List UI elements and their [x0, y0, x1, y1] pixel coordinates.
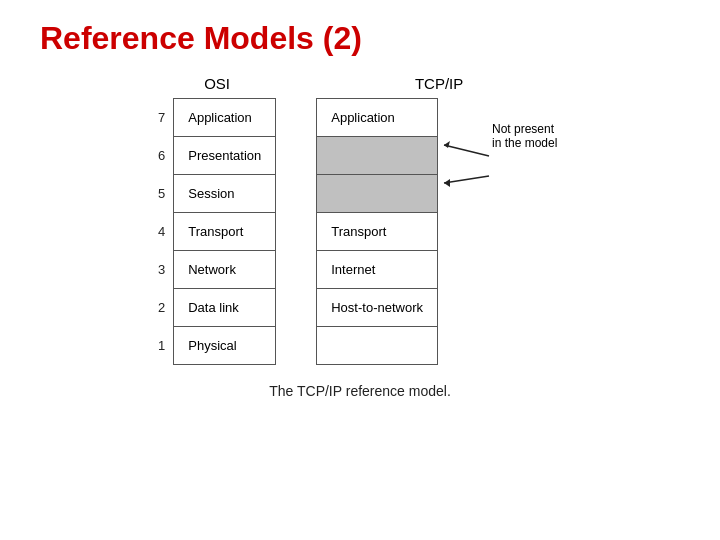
row-num-5: 5 — [158, 174, 169, 212]
osi-table: Application Presentation Session Transpo… — [173, 98, 276, 365]
osi-physical: Physical — [174, 327, 276, 365]
table-row: Presentation — [174, 137, 276, 175]
table-row: Transport — [174, 213, 276, 251]
tcpip-transport: Transport — [317, 213, 438, 251]
table-row: Application — [317, 99, 438, 137]
tcpip-col-wrapper: Application Transport Internet — [316, 98, 562, 365]
tcpip-column: TCP/IP Application Tra — [316, 75, 562, 365]
osi-network: Network — [174, 251, 276, 289]
tcpip-host-to-network: Host-to-network — [317, 289, 438, 327]
svg-line-0 — [444, 145, 489, 156]
row-num-2: 2 — [158, 288, 169, 326]
osi-transport: Transport — [174, 213, 276, 251]
svg-marker-3 — [444, 179, 450, 187]
tcpip-table: Application Transport Internet — [316, 98, 438, 365]
table-row: Physical — [174, 327, 276, 365]
table-row — [317, 175, 438, 213]
osi-presentation: Presentation — [174, 137, 276, 175]
osi-column: OSI 7 6 5 4 3 2 1 Application — [158, 75, 276, 365]
tcpip-grey2 — [317, 175, 438, 213]
models-container: OSI 7 6 5 4 3 2 1 Application — [30, 75, 690, 365]
row-num-1: 1 — [158, 326, 169, 364]
caption: The TCP/IP reference model. — [30, 383, 690, 399]
tcpip-grey1 — [317, 137, 438, 175]
annotation-container: Not present in the model — [442, 98, 562, 150]
tcpip-empty — [317, 327, 438, 365]
page: Reference Models (2) OSI 7 6 5 4 3 2 1 — [0, 0, 720, 540]
row-num-7: 7 — [158, 98, 169, 136]
svg-line-2 — [444, 176, 489, 183]
table-row: Network — [174, 251, 276, 289]
row-numbers: 7 6 5 4 3 2 1 — [158, 98, 169, 364]
osi-section: 7 6 5 4 3 2 1 Application Presentation — [158, 98, 276, 365]
osi-session: Session — [174, 175, 276, 213]
page-title: Reference Models (2) — [40, 20, 690, 57]
table-row — [317, 137, 438, 175]
arrows-svg — [434, 126, 544, 246]
tcpip-internet: Internet — [317, 251, 438, 289]
row-num-3: 3 — [158, 250, 169, 288]
osi-header: OSI — [158, 75, 276, 92]
table-row: Host-to-network — [317, 289, 438, 327]
table-row: Session — [174, 175, 276, 213]
tcpip-application: Application — [317, 99, 438, 137]
row-num-4: 4 — [158, 212, 169, 250]
table-row: Transport — [317, 213, 438, 251]
tcpip-header: TCP/IP — [316, 75, 562, 92]
osi-application: Application — [174, 99, 276, 137]
table-row — [317, 327, 438, 365]
row-num-6: 6 — [158, 136, 169, 174]
table-row: Data link — [174, 289, 276, 327]
osi-datalink: Data link — [174, 289, 276, 327]
table-row: Internet — [317, 251, 438, 289]
table-row: Application — [174, 99, 276, 137]
